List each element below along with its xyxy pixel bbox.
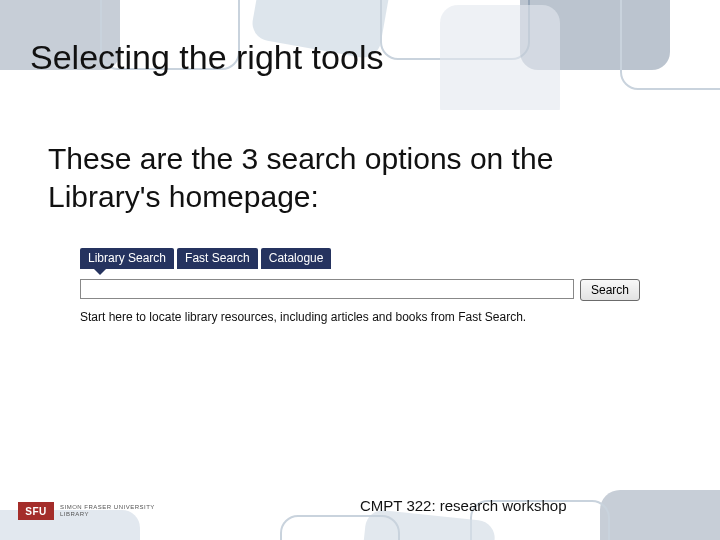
tab-fast-search[interactable]: Fast Search (177, 248, 258, 269)
tab-catalogue[interactable]: Catalogue (261, 248, 332, 269)
library-search-widget: Library Search Fast Search Catalogue Sea… (80, 248, 640, 325)
slide-title: Selecting the right tools (30, 38, 383, 77)
search-input[interactable] (80, 279, 574, 299)
sfu-logo-box: SFU (18, 502, 54, 520)
slide-body-text: These are the 3 search options on the Li… (48, 140, 660, 215)
search-button[interactable]: Search (580, 279, 640, 301)
sfu-logo-caption: SIMON FRASER UNIVERSITY LIBRARY (60, 504, 155, 517)
slide-footer: SFU SIMON FRASER UNIVERSITY LIBRARY CMPT… (0, 480, 720, 540)
search-tabs: Library Search Fast Search Catalogue (80, 248, 640, 269)
tab-library-search[interactable]: Library Search (80, 248, 174, 269)
search-input-row: Search (80, 279, 640, 301)
sfu-logo: SFU SIMON FRASER UNIVERSITY LIBRARY (18, 502, 155, 520)
search-help-text: Start here to locate library resources, … (80, 309, 570, 325)
footer-course-label: CMPT 322: research workshop (360, 497, 566, 514)
slide: Selecting the right tools These are the … (0, 0, 720, 540)
